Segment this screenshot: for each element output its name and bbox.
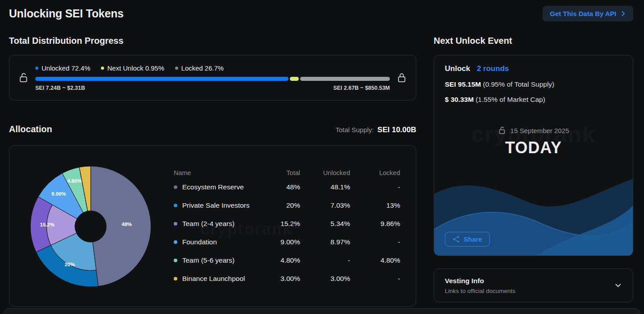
- table-row[interactable]: Foundation9.00%8.97%-: [174, 233, 400, 251]
- vesting-title: Vesting Info: [445, 277, 515, 285]
- allocation-section-heading: Allocation: [9, 124, 52, 134]
- distribution-progress-card: Unlocked 72.4% Next Unlock 0.95% Locked …: [9, 55, 416, 100]
- locked-dot: [175, 67, 178, 70]
- unlock-usd-amount-line: $ 30.33M (1.55% of Market Cap): [445, 96, 622, 104]
- unlocked-dot: [35, 67, 38, 70]
- allocation-name: Private Sale Investors: [182, 201, 250, 209]
- page-title: Unlocking SEI Tokens: [9, 7, 124, 20]
- share-icon: [452, 235, 460, 243]
- total-supply-value: SEI 10.00B: [377, 126, 416, 134]
- legend-next-unlock: Next Unlock 0.95%: [101, 64, 164, 72]
- locked-amount: SEI 2.67B ~ $850.53M: [333, 85, 390, 91]
- chevron-down-icon[interactable]: [614, 281, 622, 289]
- svg-text:48%: 48%: [121, 222, 132, 227]
- unlock-token-amount-line: SEI 95.15M (0.95% of Total Supply): [445, 80, 622, 88]
- allocation-dot: [174, 222, 177, 226]
- allocation-dot: [174, 277, 177, 281]
- progress-unlocked-segment: [35, 77, 289, 81]
- allocation-card: cryptorank 48%20%15.2%9.00%4.80% Name To…: [9, 145, 416, 307]
- progress-section-heading: Total Distribution Progress: [9, 36, 416, 46]
- allocation-name: Binance Launchpool: [182, 275, 245, 283]
- table-row[interactable]: Team (5-6 years)4.80%-4.80%: [174, 251, 400, 269]
- table-row[interactable]: Binance Launchpool3.00%3.00%-: [174, 269, 400, 288]
- allocation-table-body: Ecosystem Reserve48%48.1%-Private Sale I…: [174, 178, 400, 288]
- unlock-date: 15 September 2025: [510, 127, 569, 134]
- allocation-dot: [174, 240, 177, 244]
- rounds-link[interactable]: 2 rounds: [477, 64, 509, 73]
- next-section-card-edge: [4, 308, 640, 314]
- allocation-table-header: Name Total Unlocked Locked: [174, 168, 400, 178]
- allocation-dot: [174, 185, 177, 189]
- unlock-label: Unlock: [445, 64, 470, 73]
- get-data-by-api-button[interactable]: Get This Data By API: [543, 6, 633, 21]
- next-unlock-dot: [101, 67, 104, 70]
- allocation-donut-svg: 48%20%15.2%9.00%4.80%: [26, 162, 155, 291]
- api-button-label: Get This Data By API: [550, 10, 616, 17]
- total-supply: Total Supply:SEI 10.00B: [335, 126, 416, 134]
- share-button[interactable]: Share: [445, 232, 490, 247]
- vesting-info-card[interactable]: Vesting Info Links to official documents: [434, 268, 633, 302]
- allocation-table: Name Total Unlocked Locked Ecosystem Res…: [174, 168, 400, 290]
- svg-text:9.00%: 9.00%: [51, 191, 66, 197]
- progress-next-unlock-segment: [290, 77, 299, 81]
- lock-open-icon: [18, 72, 29, 84]
- table-row[interactable]: Team (2-4 years)15.2%5.34%9.86%: [174, 214, 400, 233]
- allocation-name: Foundation: [182, 238, 217, 246]
- unlock-page: Unlocking SEI Tokens Get This Data By AP…: [0, 0, 644, 314]
- distribution-progress-bar[interactable]: [35, 77, 390, 81]
- allocation-name: Team (5-6 years): [182, 256, 234, 264]
- page-header: Unlocking SEI Tokens Get This Data By AP…: [9, 0, 633, 21]
- table-row[interactable]: Ecosystem Reserve48%48.1%-: [174, 178, 400, 196]
- legend-unlocked: Unlocked 72.4%: [35, 64, 90, 72]
- progress-locked-segment: [300, 77, 390, 81]
- allocation-name: Team (2-4 years): [182, 220, 234, 228]
- unlocked-amount: SEI 7.24B ~ $2.31B: [35, 85, 85, 91]
- svg-text:20%: 20%: [65, 262, 75, 267]
- vesting-subtitle: Links to official documents: [445, 288, 515, 294]
- svg-text:4.80%: 4.80%: [67, 178, 82, 184]
- unlock-date-row: 15 September 2025: [445, 126, 622, 135]
- chevron-right-icon: [620, 11, 626, 17]
- lock-open-icon: [498, 126, 506, 135]
- svg-text:15.2%: 15.2%: [40, 222, 55, 227]
- today-label: TODAY: [445, 138, 622, 157]
- allocation-name: Ecosystem Reserve: [182, 183, 244, 191]
- allocation-donut[interactable]: 48%20%15.2%9.00%4.80%: [26, 162, 155, 291]
- next-unlock-card: Unlock 2 rounds SEI 95.15M (0.95% of Tot…: [434, 55, 633, 256]
- legend-locked: Locked 26.7%: [175, 64, 224, 72]
- allocation-dot: [174, 259, 177, 262]
- lock-closed-icon: [397, 72, 407, 84]
- allocation-dot: [174, 204, 177, 207]
- table-row[interactable]: Private Sale Investors20%7.03%13%: [174, 196, 400, 214]
- next-unlock-heading: Next Unlock Event: [434, 36, 633, 46]
